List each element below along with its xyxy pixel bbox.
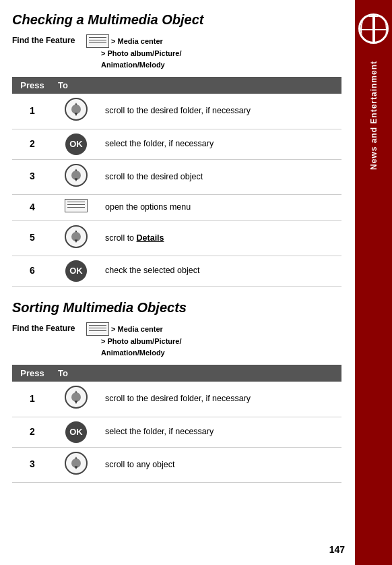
find-feature-path2: > Media center > Photo album/Picture/ An… [86, 322, 182, 358]
globe-icon [358, 13, 389, 44]
details-keyword: Details [137, 233, 164, 243]
col-to2: To [53, 365, 341, 382]
table-row: 4open the options menu [12, 195, 341, 221]
path-line2-2: > Photo album/Picture/ [86, 336, 182, 347]
row-button-cell [53, 94, 100, 129]
col-press2: Press [12, 365, 53, 382]
section2-title: Sorting Multimedia Objects [12, 300, 341, 316]
nav-button[interactable] [65, 164, 88, 187]
nav-button[interactable] [65, 386, 88, 409]
path3-bold1: Animation/Melody [101, 61, 165, 69]
page-wrapper: Checking a Multimedia Object Find the Fe… [0, 0, 392, 565]
s2-path3-wrap: Animation/Melody [86, 347, 165, 359]
section2: Sorting Multimedia Objects Find the Feat… [12, 300, 341, 483]
section1-title: Checking a Multimedia Object [12, 12, 341, 28]
s2-path2-wrap: > Photo album/Picture/ [86, 336, 182, 347]
menu-button[interactable] [65, 199, 88, 212]
row-number: 1 [12, 382, 53, 417]
row-number: 1 [12, 94, 53, 129]
section2-find-feature: Find the Feature > Media center > Photo … [12, 322, 341, 358]
row-button-cell [53, 447, 100, 483]
s2-path1-text: > Media center [111, 324, 163, 335]
row-button-cell: OK [53, 256, 100, 287]
row-button-cell [53, 195, 100, 221]
section1-table: Press To 1scroll to the desired folder, … [12, 77, 341, 287]
nav-button[interactable] [65, 452, 88, 475]
row-button-cell: OK [53, 417, 100, 447]
nav-button[interactable] [65, 225, 88, 248]
menu-icon-1[interactable] [86, 34, 109, 48]
find-feature-label1: Find the Feature [12, 34, 86, 45]
path-line2: > Photo album/Picture/ [86, 48, 182, 59]
row-instruction: scroll to any object [100, 447, 341, 483]
table-row: 6OKcheck the selected object [12, 256, 341, 287]
table-row: 3scroll to the desired object [12, 159, 341, 195]
globe-arc1 [374, 16, 387, 44]
section2-table: Press To 1scroll to the desired folder, … [12, 365, 341, 483]
sidebar-label: News and Entertainment [369, 61, 379, 170]
row-number: 2 [12, 417, 53, 447]
nav-button-center [71, 392, 81, 402]
section1: Checking a Multimedia Object Find the Fe… [12, 12, 341, 287]
nav-button-center [71, 458, 81, 468]
path3-text1: Animation/Melody [86, 59, 165, 71]
row-number: 3 [12, 447, 53, 483]
main-content: Checking a Multimedia Object Find the Fe… [0, 0, 355, 565]
row-instruction: open the options menu [100, 195, 341, 221]
row-button-cell [53, 382, 100, 417]
row-button-cell [53, 220, 100, 256]
row-button-cell: OK [53, 129, 100, 159]
row-instruction: scroll to Details [100, 220, 341, 256]
nav-button-center [71, 232, 81, 241]
path2-text1: > Photo album/Picture/ [86, 48, 182, 59]
row-number: 6 [12, 256, 53, 287]
row-number: 2 [12, 129, 53, 159]
ok-button[interactable]: OK [65, 133, 87, 155]
nav-button-center [71, 171, 81, 180]
table-row: 3scroll to any object [12, 447, 341, 483]
table-row: 2OKselect the folder, if necessary [12, 417, 341, 447]
table-row: 5scroll to Details [12, 220, 341, 256]
table-row: 1scroll to the desired folder, if necess… [12, 382, 341, 417]
table-row: 1scroll to the desired folder, if necess… [12, 94, 341, 129]
row-number: 3 [12, 159, 53, 195]
table-row: 2OKselect the folder, if necessary [12, 129, 341, 159]
row-instruction: scroll to the desired object [100, 159, 341, 195]
path-line3: Animation/Melody [86, 59, 182, 71]
path1-text1: > Media center [111, 36, 163, 47]
section1-find-feature: Find the Feature > Media center > Photo … [12, 34, 341, 70]
col-to1: To [53, 77, 341, 94]
row-instruction: select the folder, if necessary [100, 417, 341, 447]
path-line1: > Media center [86, 34, 182, 48]
col-press1: Press [12, 77, 53, 94]
path-line2-1: > Media center [86, 322, 182, 336]
row-number: 5 [12, 220, 53, 256]
globe-arc2 [360, 16, 374, 44]
nav-button[interactable] [65, 98, 88, 121]
find-feature-path1: > Media center > Photo album/Picture/ An… [86, 34, 182, 70]
find-feature-label2: Find the Feature [12, 322, 86, 333]
menu-icon-2[interactable] [86, 322, 109, 336]
row-instruction: scroll to the desired folder, if necessa… [100, 382, 341, 417]
row-instruction: check the selected object [100, 256, 341, 287]
path-line2-3: Animation/Melody [86, 347, 182, 359]
ok-button[interactable]: OK [65, 421, 87, 443]
ok-button[interactable]: OK [65, 260, 87, 282]
s2-path3-text: Animation/Melody [101, 349, 165, 357]
path2-bold1: > Photo album/Picture/ [101, 49, 182, 57]
table-header-row2: Press To [12, 365, 341, 382]
row-number: 4 [12, 195, 53, 221]
nav-button-center [71, 105, 81, 114]
row-button-cell [53, 159, 100, 195]
page-number: 147 [329, 544, 345, 555]
sidebar: News and Entertainment [355, 0, 392, 565]
s2-path2-text: > Photo album/Picture/ [101, 337, 182, 345]
row-instruction: scroll to the desired folder, if necessa… [100, 94, 341, 129]
row-instruction: select the folder, if necessary [100, 129, 341, 159]
table-header-row1: Press To [12, 77, 341, 94]
